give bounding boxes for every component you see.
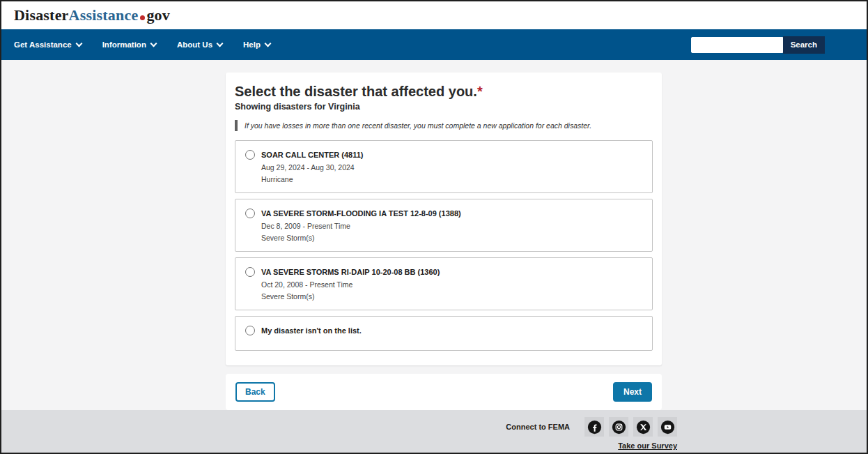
chevron-down-icon [217,40,224,47]
disaster-type: Severe Storm(s) [261,234,642,242]
youtube-link[interactable] [658,417,677,437]
multiple-disaster-note: If you have losses in more than one rece… [235,120,653,131]
logo-text-gov: gov [146,6,170,24]
disaster-option-va-storms-1360[interactable]: VA SEVERE STORMS RI-DAIP 10-20-08 BB (13… [235,257,653,310]
connect-to-fema-row: Connect to FEMA [506,417,677,437]
logo-text-disaster: Disaster [14,6,69,24]
page-title: Select the disaster that affected you.* [235,84,653,100]
nav-item-about-us[interactable]: About Us [177,40,222,49]
radio-button[interactable] [245,150,255,160]
chevron-down-icon [150,40,157,47]
disaster-option-not-on-list[interactable]: My disaster isn't on the list. [235,316,653,351]
facebook-icon [587,420,602,434]
connect-to-fema-label: Connect to FEMA [506,423,570,431]
logo-text-assistance: Assistance [69,6,139,24]
nav-item-label: Information [102,40,146,49]
back-button[interactable]: Back [235,382,275,402]
x-twitter-link[interactable] [633,417,653,437]
nav-item-label: Help [243,40,261,49]
disaster-title: SOAR CALL CENTER (4811) [261,151,364,159]
chevron-down-icon [265,40,272,47]
site-footer: Connect to FEMA [1,410,867,453]
state-filter-note: Showing disasters for Virginia [235,102,653,112]
site-header: DisasterAssistancegov [1,1,867,29]
disaster-option-va-storm-flooding-1388[interactable]: VA SEVERE STORM-FLOODING IA TEST 12-8-09… [235,199,653,252]
radio-button[interactable] [245,326,255,335]
page-title-text: Select the disaster that affected you. [235,84,477,99]
nav-item-information[interactable]: Information [102,40,156,49]
disaster-option-soar-call-center[interactable]: SOAR CALL CENTER (4811) Aug 29, 2024 - A… [235,140,653,193]
search-button[interactable]: Search [783,36,825,54]
required-marker: * [477,84,483,99]
site-logo[interactable]: DisasterAssistancegov [14,6,170,24]
youtube-icon [660,420,675,434]
radio-button[interactable] [245,267,255,277]
navigation-button-bar: Back Next [226,374,662,410]
disaster-dates: Dec 8, 2009 - Present Time [261,222,642,230]
disaster-assistance-page: DisasterAssistancegov Get Assistance Inf… [0,0,868,454]
x-twitter-icon [636,420,651,434]
search-form: Search [691,36,825,54]
disaster-dates: Aug 29, 2024 - Aug 30, 2024 [261,163,642,172]
disaster-title: VA SEVERE STORM-FLOODING IA TEST 12-8-09… [261,209,461,218]
logo-dot-icon [140,15,145,20]
disaster-title: VA SEVERE STORMS RI-DAIP 10-20-08 BB (13… [261,268,440,276]
disaster-selection-card: Select the disaster that affected you.* … [226,73,662,365]
primary-navbar: Get Assistance Information About Us Help… [1,29,867,60]
instagram-link[interactable] [609,417,628,437]
nav-item-get-assistance[interactable]: Get Assistance [14,40,82,49]
disaster-type: Severe Storm(s) [261,292,642,301]
disaster-dates: Oct 20, 2008 - Present Time [261,280,642,289]
disaster-title: My disaster isn't on the list. [261,326,362,335]
disaster-options-list: SOAR CALL CENTER (4811) Aug 29, 2024 - A… [235,140,653,351]
main-content: Select the disaster that affected you.* … [1,60,867,410]
radio-button[interactable] [245,209,255,218]
next-button[interactable]: Next [613,382,652,402]
nav-item-help[interactable]: Help [243,40,270,49]
chevron-down-icon [75,40,82,47]
take-our-survey-link[interactable]: Take our Survey [618,441,677,450]
nav-item-label: Get Assistance [14,40,72,49]
facebook-link[interactable] [584,417,604,437]
disaster-type: Hurricane [261,175,642,183]
instagram-icon [612,420,626,434]
nav-item-label: About Us [177,40,212,49]
search-input[interactable] [691,37,783,53]
